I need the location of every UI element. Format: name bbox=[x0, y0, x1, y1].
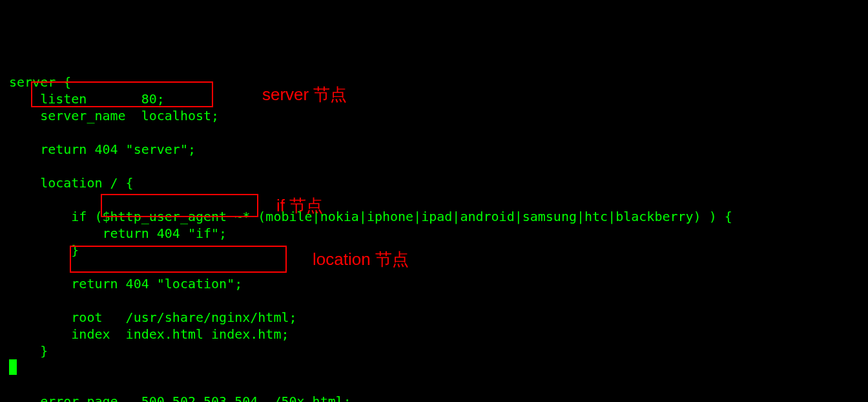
code-line: root /usr/share/nginx/html; bbox=[9, 310, 297, 325]
highlight-box-location bbox=[70, 246, 287, 273]
code-line: return 404 "location"; bbox=[9, 276, 242, 291]
code-block: server { listen 80; server_name localhos… bbox=[9, 74, 859, 402]
code-line: error_page 500 502 503 504 /50x.html; bbox=[9, 394, 351, 402]
annotation-location: location 节点 bbox=[313, 249, 409, 271]
code-line: } bbox=[9, 242, 79, 258]
code-line: server_name localhost; bbox=[9, 108, 219, 123]
annotation-server: server 节点 bbox=[262, 84, 347, 106]
code-line: location / { bbox=[9, 175, 134, 191]
terminal-cursor bbox=[9, 359, 17, 375]
highlight-box-server bbox=[31, 81, 213, 107]
highlight-box-if bbox=[101, 194, 258, 217]
code-line: return 404 "server"; bbox=[9, 142, 196, 157]
code-line: } bbox=[9, 343, 48, 359]
annotation-if: if 节点 bbox=[276, 195, 323, 217]
code-line: index index.html index.htm; bbox=[9, 326, 289, 342]
code-line: return 404 "if"; bbox=[9, 226, 227, 241]
